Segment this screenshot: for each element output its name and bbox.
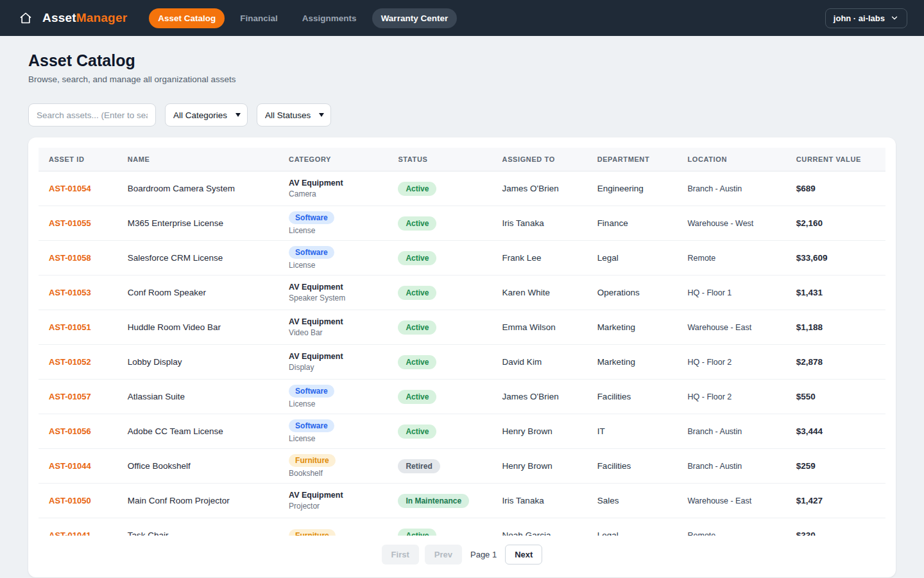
- table-row: AST-01056Adobe CC Team LicenseSoftwareLi…: [38, 414, 886, 449]
- category-label: AV Equipment: [289, 317, 377, 326]
- subcategory-label: Display: [289, 363, 377, 372]
- nav-item-assignments[interactable]: Assignments: [293, 8, 366, 28]
- current-value: $259: [786, 449, 886, 484]
- asset-name: Lobby Display: [128, 357, 182, 367]
- category-label: Software: [289, 419, 334, 432]
- assigned-to: Noah Garcia: [492, 518, 587, 536]
- assigned-to: Karen White: [492, 276, 587, 310]
- department: IT: [587, 414, 678, 449]
- asset-table-body: AST-01054Boardroom Camera SystemAV Equip…: [38, 171, 886, 536]
- table-scroll-area[interactable]: Asset IDNameCategoryStatusAssigned ToDep…: [38, 148, 886, 536]
- assigned-to: Emma Wilson: [492, 310, 587, 345]
- asset-id-link[interactable]: AST-01054: [49, 184, 91, 193]
- current-value: $33,609: [786, 241, 886, 276]
- column-header-current-value: Current Value: [786, 148, 886, 171]
- department: Marketing: [587, 310, 678, 345]
- asset-id-link[interactable]: AST-01044: [49, 461, 91, 471]
- category-filter-select[interactable]: All Categories: [165, 103, 248, 127]
- location: Warehouse - West: [678, 206, 786, 241]
- category-label: Furniture: [289, 529, 336, 536]
- asset-id-link[interactable]: AST-01058: [49, 253, 91, 263]
- table-row: AST-01053Conf Room SpeakerAV EquipmentSp…: [38, 276, 886, 310]
- status-filter-wrap: All Statuses: [257, 103, 331, 127]
- subcategory-label: Bookshelf: [289, 469, 377, 478]
- status-badge: Active: [398, 251, 436, 265]
- nav-item-asset-catalog[interactable]: Asset Catalog: [149, 8, 225, 28]
- table-row: AST-01051Huddle Room Video BarAV Equipme…: [38, 310, 886, 345]
- table-row: AST-01054Boardroom Camera SystemAV Equip…: [38, 171, 886, 206]
- home-icon: [19, 12, 32, 24]
- category-label: AV Equipment: [289, 179, 377, 188]
- asset-id-link[interactable]: AST-01051: [49, 322, 91, 332]
- asset-id-link[interactable]: AST-01050: [49, 496, 91, 505]
- table-row: AST-01044Office BookshelfFurnitureBooksh…: [38, 449, 886, 484]
- department: Sales: [587, 484, 678, 518]
- current-value: $550: [786, 380, 886, 414]
- department: Facilities: [587, 380, 678, 414]
- chevron-down-icon: [890, 13, 899, 22]
- location: Remote: [678, 241, 786, 276]
- asset-table: Asset IDNameCategoryStatusAssigned ToDep…: [38, 148, 886, 536]
- next-page-button[interactable]: Next: [505, 545, 542, 565]
- status-badge: In Maintenance: [398, 494, 469, 508]
- category-label: Software: [289, 385, 334, 398]
- location: Warehouse - East: [678, 310, 786, 345]
- column-header-status: Status: [388, 148, 492, 171]
- nav-items: Asset CatalogFinancialAssignmentsWarrant…: [149, 8, 457, 28]
- department: Legal: [587, 518, 678, 536]
- pagination: First Prev Page 1 Next: [38, 545, 886, 565]
- subcategory-label: License: [289, 434, 377, 443]
- current-value: $1,431: [786, 276, 886, 310]
- search-input[interactable]: [28, 103, 156, 127]
- user-menu[interactable]: john · ai-labs: [825, 8, 907, 28]
- asset-id-link[interactable]: AST-01057: [49, 392, 91, 401]
- app-logo[interactable]: AssetManager: [42, 11, 127, 25]
- home-button[interactable]: [17, 9, 35, 27]
- table-row: AST-01052Lobby DisplayAV EquipmentDispla…: [38, 345, 886, 380]
- asset-name: Adobe CC Team License: [128, 426, 223, 436]
- asset-id-link[interactable]: AST-01052: [49, 357, 91, 367]
- current-value: $1,427: [786, 484, 886, 518]
- department: Operations: [587, 276, 678, 310]
- location: HQ - Floor 2: [678, 380, 786, 414]
- asset-id-link[interactable]: AST-01056: [49, 426, 91, 436]
- assigned-to: James O'Brien: [492, 171, 587, 206]
- user-menu-label: john · ai-labs: [834, 13, 885, 23]
- prev-page-button[interactable]: Prev: [425, 545, 462, 565]
- first-page-button[interactable]: First: [382, 545, 419, 565]
- location: HQ - Floor 2: [678, 345, 786, 380]
- location: Branch - Austin: [678, 414, 786, 449]
- assigned-to: Iris Tanaka: [492, 484, 587, 518]
- column-header-name: Name: [117, 148, 278, 171]
- status-badge: Active: [398, 182, 436, 196]
- status-filter-select[interactable]: All Statuses: [257, 103, 331, 127]
- assigned-to: Frank Lee: [492, 241, 587, 276]
- category-filter-wrap: All Categories: [165, 103, 248, 127]
- asset-name: Task Chair: [128, 530, 169, 536]
- asset-name: Salesforce CRM License: [128, 253, 223, 263]
- top-nav: AssetManager Asset CatalogFinancialAssig…: [0, 0, 924, 36]
- asset-id-link[interactable]: AST-01041: [49, 530, 91, 536]
- nav-item-financial[interactable]: Financial: [231, 8, 287, 28]
- table-row: AST-01055M365 Enterprise LicenseSoftware…: [38, 206, 886, 241]
- logo-part-2: Manager: [76, 11, 128, 24]
- asset-id-link[interactable]: AST-01053: [49, 288, 91, 297]
- status-badge: Active: [398, 355, 436, 369]
- asset-name: Huddle Room Video Bar: [128, 322, 221, 332]
- table-row: AST-01058Salesforce CRM LicenseSoftwareL…: [38, 241, 886, 276]
- table-row: AST-01050Main Conf Room ProjectorAV Equi…: [38, 484, 886, 518]
- category-label: AV Equipment: [289, 352, 377, 361]
- department: Engineering: [587, 171, 678, 206]
- nav-item-warranty-center[interactable]: Warranty Center: [372, 8, 458, 28]
- category-label: Furniture: [289, 454, 336, 467]
- category-label: Software: [289, 211, 334, 224]
- asset-name: Boardroom Camera System: [128, 184, 235, 193]
- subcategory-label: Video Bar: [289, 328, 377, 337]
- current-value: $330: [786, 518, 886, 536]
- current-value: $1,188: [786, 310, 886, 345]
- assigned-to: James O'Brien: [492, 380, 587, 414]
- asset-id-link[interactable]: AST-01055: [49, 218, 91, 228]
- status-badge: Active: [398, 390, 436, 404]
- asset-name: Office Bookshelf: [128, 461, 191, 471]
- filter-bar: All Categories All Statuses: [28, 103, 896, 127]
